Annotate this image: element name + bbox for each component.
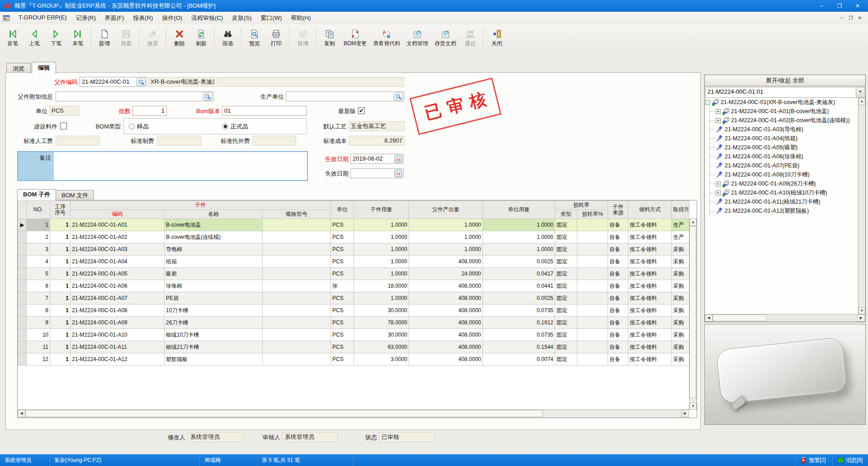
alert-status[interactable]: 预警[2] [795,454,831,466]
subtab-bom-files[interactable]: BOM 文件 [56,190,94,200]
tree-item[interactable]: 21-M2224-00C-01-A12(塑胶隔板) [710,206,858,215]
delete-button[interactable]: 删除 [169,24,190,52]
column-header-no[interactable]: NO. [27,201,50,219]
collapse-icon[interactable]: - [705,100,710,105]
tree-item[interactable]: 21-M2224-00C-01-A03(导电棉) [710,125,858,134]
mdi-close-button[interactable]: ✕ [855,14,864,22]
column-header-loss-type[interactable]: 类型 [555,210,577,219]
preview-button[interactable]: 预览 [244,24,265,52]
tree-item[interactable]: 21-M2224-00C-01-A08(10刀卡槽) [710,170,858,179]
table-row[interactable]: 3121-M2224-00C-01-A03导电棉PCS1.00001.00001… [18,243,689,256]
table-row[interactable]: 9121-M2224-00C-01-A0926刀卡槽PCS78.0000408.… [18,317,689,329]
parent-extra-search-icon[interactable] [203,92,212,100]
copy-button[interactable]: 复制 [319,24,340,52]
tree-item[interactable]: 21-M2224-00C-01-A06(珍珠棉) [710,152,858,161]
document-manage-button[interactable]: 文档管理 [403,24,431,52]
expand-icon[interactable]: + [716,190,721,195]
tree-item[interactable]: +21-M2224-00C-01-A01(B-cover电池盖) [710,107,858,116]
tree-item[interactable]: 21-M2224-00C-01-A07(PE袋) [710,161,858,170]
tree-item[interactable]: +21-M2224-00C-01-A02(B-cover电池盖(连续模)) [710,116,858,125]
column-group-child[interactable]: 子件 [71,201,331,210]
menu-item[interactable]: 报表(R) [128,12,157,24]
tree-item[interactable]: 21-M2224-00C-01-A11(植绒21刀卡槽) [710,197,858,206]
tree-horizontal-scrollbar[interactable]: ◀ ▶ [705,314,865,322]
close-window-button[interactable]: 关闭 [486,24,508,52]
table-vertical-scrollbar[interactable]: ▲ ▼ [689,219,697,410]
mdi-minimize-button[interactable]: ─ [837,14,846,22]
tree-item[interactable]: +21-M2224-00C-01-A10(植绒10刀卡槽) [710,188,858,197]
column-header-issue-method[interactable]: 领料方式 [628,201,672,219]
view-substitutes-button[interactable]: AB查看替代料 [370,24,403,52]
menu-item[interactable]: 操作(O) [157,12,187,24]
row-indicator[interactable] [18,353,27,366]
column-header-loss-rate[interactable]: 损耗率% [577,210,608,219]
bom-change-button[interactable]: BOM变更 [340,24,370,52]
next-record-button[interactable]: 下笔 [45,24,67,52]
menu-item[interactable]: 窗口(W) [256,12,287,24]
bom-version-input[interactable]: 01 [222,106,307,116]
virtual-part-checkbox[interactable] [60,123,67,129]
expand-icon[interactable]: + [716,118,721,123]
row-indicator[interactable] [18,268,27,280]
table-row[interactable]: 6121-M2224-00C-01-A06珍珠棉张18.0000408.0000… [18,280,689,292]
menu-item[interactable]: 流程审核(C) [187,12,227,24]
prod-unit-input[interactable] [286,91,404,101]
tree-vertical-scrollbar[interactable]: ▲ ▼ [858,98,865,314]
refresh-button[interactable]: 刷新 [190,24,212,52]
bom-type-formal-radio[interactable] [222,124,228,129]
subtab-bom-children[interactable]: BOM 子件 [17,189,56,200]
latest-version-checkbox[interactable]: ✔ [358,107,365,114]
tree-item[interactable]: -21-M2224-00C-01(XR-B-cover电池盖-奥迪灰) [705,98,858,107]
table-row[interactable]: 8121-M2224-00C-01-A0810刀卡槽PCS30.0000408.… [18,304,689,317]
table-row[interactable]: 12121-M2224-00C-01-A12塑胶隔板PCS3.0000408.0… [18,353,689,366]
minimize-button[interactable]: ─ [814,1,829,10]
row-indicator[interactable]: ▶ [18,219,27,231]
column-group-loss[interactable]: 损耗率 [555,201,608,210]
row-indicator[interactable] [18,256,27,268]
table-row[interactable]: ▶1121-M2224-00C-01-A01B-cover电池盖PCS1.000… [18,219,689,231]
column-header-spec[interactable]: 规格型号 [263,210,331,219]
tree-expand-toggle[interactable]: 展开/收起 全部 [705,75,865,86]
prev-record-button[interactable]: 上笔 [24,24,45,52]
parent-code-search-icon[interactable] [137,78,146,86]
bom-type-sample-radio[interactable] [129,124,135,129]
parent-extra-input[interactable] [56,91,213,101]
bom-version-combo[interactable]: 21-M2224-00C-01:01 ▼ [705,87,865,98]
menu-item[interactable]: 皮肤(S) [227,12,256,24]
close-button[interactable]: ✕ [850,1,865,10]
menu-item[interactable]: 记录(R) [71,12,100,24]
mdi-restore-button[interactable]: ❐ [846,14,855,22]
row-indicator[interactable] [18,231,27,243]
column-header-child-source[interactable]: 子件来源 [608,201,628,219]
table-row[interactable]: 5121-M2224-00C-01-A05吸塑PCS1.000024.00000… [18,268,689,280]
table-row[interactable]: 7121-M2224-00C-01-A07PE袋PCS1.0000408.000… [18,292,689,304]
row-indicator[interactable] [18,329,27,341]
effective-date-calendar-icon[interactable]: 31 [394,155,402,163]
column-header-unit-qty[interactable]: 单位用量 [483,201,555,219]
row-indicator[interactable] [18,280,27,292]
table-row[interactable]: 11121-M2224-00C-01-A11植绒21刀卡槽PCS63.00004… [18,341,689,353]
table-row[interactable]: 2121-M2224-00C-01-A02B-cover电池盖(连续模)PCS1… [18,231,689,243]
expire-date-calendar-icon[interactable]: 31 [394,169,402,177]
column-header-code[interactable]: 编码 [71,210,165,219]
menu-item[interactable]: 帮助(H) [286,12,315,24]
last-record-button[interactable]: 末笔 [67,24,89,52]
column-header-child-qty[interactable]: 子件用量 [354,201,409,219]
filter-button[interactable]: 筛选 [217,24,239,52]
maximize-button[interactable]: ❐ [832,1,847,10]
remark-textarea[interactable] [54,152,307,180]
column-header-op-seq[interactable]: 工序序号 [50,201,71,219]
tree-item[interactable]: +21-M2224-00C-01-A09(26刀卡槽) [710,179,858,188]
column-header-parent-output[interactable]: 父件产出量 [409,201,483,219]
tree-item[interactable]: 21-M2224-00C-01-A04(纸箱) [710,134,858,143]
first-record-button[interactable]: 首笔 [2,24,24,52]
prod-unit-search-icon[interactable] [394,92,403,100]
menu-item[interactable]: T-GROUP ERP(E) [14,12,71,24]
row-indicator[interactable] [18,341,27,353]
inventory-doc-button[interactable]: 存货文档 [431,24,459,52]
column-header-acquire[interactable]: 取得方式 [672,201,689,219]
tab-edit[interactable]: 编辑 [32,62,56,74]
row-indicator[interactable] [18,317,27,329]
row-indicator-header[interactable] [18,201,27,219]
menu-item[interactable]: 界面(F) [100,12,129,24]
